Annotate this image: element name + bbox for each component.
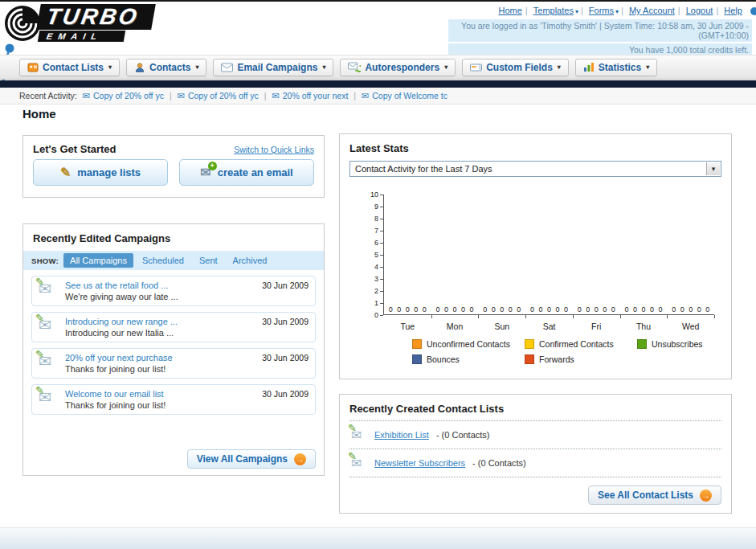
caret-down-icon: ▾ [558,64,561,71]
nav-tab-autoresponders[interactable]: Autoresponders▾ [340,59,456,76]
y-axis-tick-label: 1 [374,299,383,307]
campaign-envelope-icon: ✉✎ [39,281,58,300]
caret-down-icon: ▾ [575,8,578,15]
x-axis-label: Thu [620,322,668,331]
link-logout[interactable]: Logout [686,6,713,15]
nav-tab-custom-fields[interactable]: Custom Fields▾ [462,59,569,76]
caret-down-icon: ▾ [322,64,325,71]
nav-tab-email-campaigns[interactable]: Email Campaigns▾ [213,59,333,76]
contact-activity-chart: 012345678910 0 0 0 0 0Tue0 0 0 0 0Mon0 0… [364,195,723,364]
contact-list-row[interactable]: ✉✎ Exhibition List - (0 Contacts) [349,421,721,449]
nav-tab-statistics[interactable]: Statistics▾ [575,59,657,76]
campaign-row[interactable]: ✉✎ See us at the retail food ... We're g… [31,276,316,306]
campaign-list: ✉✎ See us at the retail food ... We're g… [23,270,324,415]
separator: | [621,6,623,15]
campaign-subtitle: We're giving away our late ... [65,292,255,301]
link-templates[interactable]: Templates [533,6,574,15]
caret-down-icon: ▾ [646,64,649,71]
y-axis-tick-label: 9 [374,203,383,211]
chart-group: 0 0 0 0 0Tue [384,195,431,314]
manage-lists-label: manage lists [77,166,141,178]
create-email-label: create an email [218,166,293,178]
manage-lists-button[interactable]: ✎ manage lists [33,159,168,186]
login-info: You are logged in as 'Timothy Smith' | S… [448,19,752,42]
campaigns-title: Recently Edited Campaigns [23,224,324,251]
campaign-title-link[interactable]: See us at the retail food ... [65,281,255,290]
nav-tab-label: Statistics [599,62,641,73]
legend-swatch [412,354,422,364]
recent-activity-link[interactable]: Copy of 20% off yc [93,91,164,100]
link-help[interactable]: Help [724,6,742,15]
campaign-row[interactable]: ✉✎ Welcome to our email list Thanks for … [31,384,316,415]
stats-panel: Latest Stats Contact Activity for the La… [339,133,732,379]
campaign-subtitle: Thanks for joining our list! [65,400,255,410]
legend-swatch [525,354,534,364]
nav-tab-label: Autoresponders [365,62,439,73]
separator: | [353,91,356,100]
pencil-icon: ✎ [35,276,44,288]
get-started-panel: Let's Get Started Switch to Quick Links … [22,135,325,198]
recent-activity-item[interactable]: ✉20% off your next [272,91,349,101]
link-forms[interactable]: Forms [589,6,614,15]
stats-range-select[interactable]: Contact Activity for the Last 7 Days ▾ [349,161,721,177]
campaign-title-link[interactable]: 20% off your next purchase [65,353,255,363]
tab-sent[interactable]: Sent [193,253,224,268]
tab-archived[interactable]: Archived [227,253,274,268]
chart-group: 0 0 0 0 0Thu [620,195,668,314]
campaign-envelope-icon: ✉✎ [39,389,58,408]
nav-tab-contact-lists[interactable]: Contact Lists▾ [19,59,120,76]
legend-label: Unconfirmed Contacts [427,339,510,349]
chart-values: 0 0 0 0 0 [525,305,573,313]
campaign-title-link[interactable]: Welcome to our email list [65,389,255,399]
campaign-date: 30 Jun 2009 [262,281,309,290]
campaign-row[interactable]: ✉✎ Introducing our new range ... Introdu… [31,312,316,342]
footer [0,527,756,549]
tab-all-campaigns[interactable]: All Campaigns [63,253,133,268]
y-axis-tick-label: 4 [374,263,383,271]
view-all-campaigns-button[interactable]: View All Campaigns → [187,449,316,469]
recent-activity-item[interactable]: ✉Copy of 20% off yc [83,91,164,101]
campaign-envelope-icon: ✉✎ [39,353,58,372]
pencil-icon: ✎ [60,165,71,180]
nav-tab-label: Email Campaigns [237,62,317,73]
y-axis-tick-label: 5 [374,251,383,259]
arrow-right-icon: → [700,490,712,502]
select-caret-icon: ▾ [706,162,720,175]
campaign-envelope-icon: ✉✎ [39,317,58,336]
campaign-title-link[interactable]: Introducing our new range ... [65,317,255,326]
recent-activity-link[interactable]: 20% off your next [283,91,349,100]
envelope-icon: ✉ [178,91,185,101]
x-axis-label: Sun [478,322,525,331]
x-axis-label: Fri [573,322,620,331]
create-email-button[interactable]: ✉+ create an email [179,159,314,186]
envelope-icon: ✉ [272,91,280,101]
nav-tab-contacts[interactable]: Contacts▾ [126,59,206,76]
contact-list-link[interactable]: Exhibition List [374,430,429,440]
link-home[interactable]: Home [499,6,522,15]
chart-values: 0 0 0 0 0 [478,305,525,313]
nav-divider-bar [0,80,756,88]
recent-activity-link[interactable]: Copy of Welcome tc [372,91,447,100]
pencil-icon: ✎ [348,450,357,462]
separator: | [581,6,583,15]
x-axis-label: Wed [667,322,714,331]
y-axis-tick-label: 7 [374,227,383,235]
see-all-contact-lists-button[interactable]: See All Contact Lists → [588,485,721,505]
legend-label: Confirmed Contacts [539,339,614,349]
campaign-date: 30 Jun 2009 [262,317,309,326]
recent-activity-link[interactable]: Copy of 20% off yc [188,91,259,100]
pencil-icon: ✎ [35,348,44,360]
contact-list-row[interactable]: ✉✎ Newsletter Subscribers - (0 Contacts) [349,449,721,477]
recent-activity-item[interactable]: ✉Copy of 20% off yc [178,91,259,101]
contact-list-link[interactable]: Newsletter Subscribers [374,458,465,468]
recent-activity-item[interactable]: ✉Copy of Welcome tc [362,91,447,101]
y-axis-tick-label: 3 [374,275,383,283]
campaign-row[interactable]: ✉✎ 20% off your next purchase Thanks for… [31,348,316,379]
link-my-account[interactable]: My Account [629,6,675,15]
chart-values: 0 0 0 0 0 [431,305,479,313]
nav-tab-label: Contacts [149,62,190,73]
switch-quick-links-link[interactable]: Switch to Quick Links [234,145,314,154]
campaigns-panel: Recently Edited Campaigns SHOW: All Camp… [22,223,325,476]
tab-scheduled[interactable]: Scheduled [136,253,190,268]
app-logo: TURBO EMAIL [3,4,153,46]
